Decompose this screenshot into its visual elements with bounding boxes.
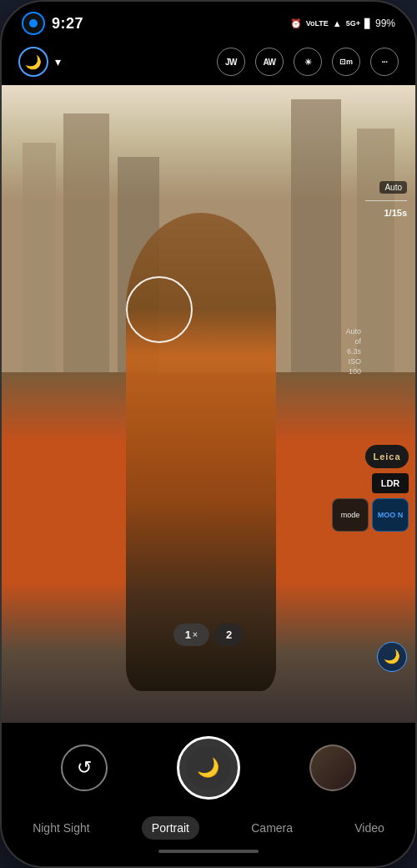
- phone-frame: 9:27 ⏰ VoLTE ▲ 5G+ ▊ 99% 🌙 ▾ JW: [0, 0, 417, 868]
- night-sight-label: Night Sight: [33, 821, 89, 835]
- home-indicator[interactable]: [158, 850, 259, 853]
- status-left: 9:27: [22, 12, 83, 35]
- bottom-controls: ↺ 🌙 Night Sight Portrait Camera: [2, 723, 415, 866]
- camera-badges: Leica LDR mode MOO N: [332, 445, 409, 532]
- ae-of: of: [354, 337, 361, 346]
- top-controls-bar: 🌙 ▾ JW AW ☀ ⊡m ···: [2, 40, 415, 85]
- shutter-mode-icon: 🌙: [197, 757, 219, 779]
- flip-icon: ↺: [77, 757, 92, 779]
- jw-control-button[interactable]: JW: [217, 48, 245, 76]
- zoom-2x-label: 2: [226, 628, 232, 641]
- ae-auto: Auto: [345, 327, 361, 336]
- ae-labels: Auto of 6.3s ISO 100: [345, 327, 361, 376]
- moon-mode-badge[interactable]: MOO N: [372, 498, 409, 532]
- mode-label: mode: [341, 511, 360, 519]
- gallery-thumbnail[interactable]: [309, 744, 356, 791]
- moon-mode-label: MOO N: [378, 511, 404, 519]
- motion-icon: ⊡m: [339, 58, 352, 66]
- moon-icon: 🌙: [25, 54, 42, 70]
- network-icon: 5G+: [346, 19, 360, 28]
- shutter-speed-display: 1/15s: [384, 208, 407, 218]
- top-left-controls: 🌙 ▾: [18, 47, 61, 77]
- zoom-x-symbol: ×: [193, 630, 198, 639]
- video-label: Video: [354, 821, 384, 835]
- camera-label: Camera: [251, 821, 293, 835]
- exposure-line: [365, 200, 407, 201]
- mode-tabs: Night Sight Portrait Camera Video: [2, 813, 415, 846]
- auto-tag: Auto: [379, 181, 407, 194]
- shutter-row: ↺ 🌙: [2, 736, 415, 800]
- portrait-label: Portrait: [152, 821, 189, 835]
- flip-camera-button[interactable]: ↺: [61, 744, 108, 791]
- wifi-icon: ▲: [333, 18, 342, 28]
- more-controls-button[interactable]: ···: [370, 48, 399, 76]
- focus-indicator: [126, 276, 193, 343]
- battery-level: 99%: [375, 18, 395, 29]
- aw-control-button[interactable]: AW: [255, 48, 284, 76]
- hdr-control-button[interactable]: ☀: [294, 48, 322, 76]
- mode-badge[interactable]: mode: [332, 498, 369, 532]
- alarm-icon: ⏰: [290, 18, 302, 29]
- leica-badge: Leica: [365, 445, 409, 468]
- shutter-button[interactable]: 🌙: [177, 736, 240, 800]
- tab-video[interactable]: Video: [344, 816, 394, 840]
- ldr-badge: LDR: [372, 473, 409, 493]
- volte-icon: VoLTE: [306, 19, 329, 28]
- camera-info-overlay: Auto 1/15s: [365, 181, 407, 218]
- night-auto-icon: 🌙: [384, 648, 400, 664]
- top-right-controls: JW AW ☀ ⊡m ···: [217, 48, 399, 76]
- ae-iso-value: 100: [349, 367, 361, 376]
- tab-night-sight[interactable]: Night Sight: [23, 816, 99, 840]
- zoom-2x-button[interactable]: 2: [214, 623, 244, 646]
- status-right: ⏰ VoLTE ▲ 5G+ ▊ 99%: [290, 18, 395, 29]
- status-time: 9:27: [52, 15, 83, 33]
- status-bar: 9:27 ⏰ VoLTE ▲ 5G+ ▊ 99%: [2, 2, 415, 40]
- mode-moon-row: mode MOO N: [332, 498, 409, 532]
- night-auto-toggle[interactable]: 🌙: [377, 642, 407, 672]
- dropdown-arrow-icon[interactable]: ▾: [55, 55, 61, 68]
- screen: 9:27 ⏰ VoLTE ▲ 5G+ ▊ 99% 🌙 ▾ JW: [2, 2, 415, 866]
- motion-control-button[interactable]: ⊡m: [332, 48, 360, 76]
- signal-icon: ▊: [364, 18, 371, 29]
- zoom-1x-button[interactable]: 1×: [173, 623, 209, 646]
- jw-label: JW: [225, 58, 237, 67]
- more-icon: ···: [382, 58, 388, 67]
- camera-preview: Auto 1/15s Auto of 6.3s ISO 100 Leica LD…: [2, 85, 415, 723]
- ae-iso-label: ISO: [348, 357, 361, 366]
- tab-portrait[interactable]: Portrait: [142, 816, 199, 840]
- zoom-controls: 1× 2: [173, 623, 244, 646]
- aw-label: AW: [263, 58, 275, 67]
- shutter-inner: 🌙: [187, 746, 230, 790]
- zoom-1x-label: 1: [185, 628, 191, 641]
- ae-exposure: 6.3s: [347, 347, 361, 356]
- viewfinder[interactable]: Auto 1/15s Auto of 6.3s ISO 100 Leica LD…: [2, 85, 415, 723]
- tab-camera[interactable]: Camera: [241, 816, 303, 840]
- sun-icon: ☀: [304, 58, 312, 67]
- night-mode-button[interactable]: 🌙: [18, 47, 48, 77]
- camera-indicator: [22, 12, 45, 35]
